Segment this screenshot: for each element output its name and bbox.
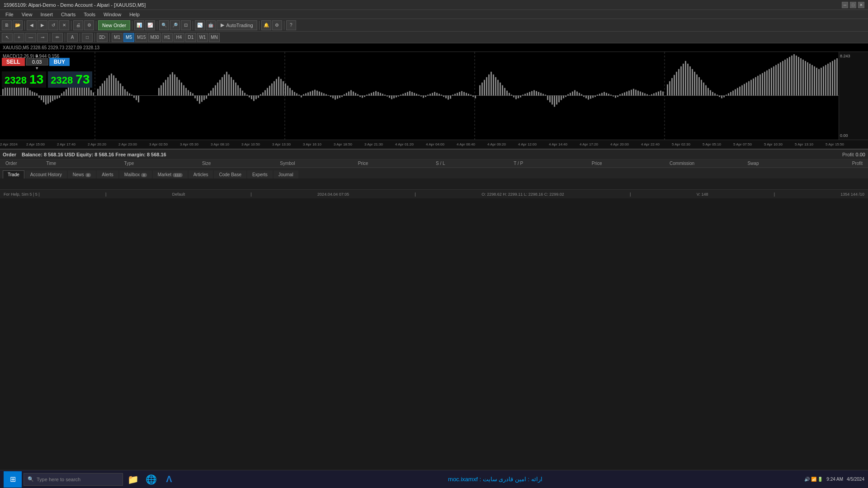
svg-rect-652 [832,61,833,96]
delete-tool[interactable]: ⌦ [97,33,108,42]
line-tool[interactable]: — [25,33,36,42]
start-button[interactable]: ⊞ [4,471,22,488]
menu-insert[interactable]: Insert [37,11,57,18]
menu-view[interactable]: View [18,11,36,18]
tf-H1[interactable]: H1 [162,33,173,42]
new-order-button[interactable]: New Order [98,20,130,30]
forward-btn[interactable]: ▶ [38,20,47,30]
svg-rect-587 [685,61,686,96]
tab-alerts[interactable]: Alerts [97,170,118,178]
tf-M15[interactable]: M15 [135,33,147,42]
tab-news[interactable]: News8 [68,170,96,178]
main-toolbar: 🗎 📂 ◀ ▶ ↺ ✕ 🖨 ⚙ New Order 📊 📈 🔍 🔎 ⊡ 📉 🤖 … [0,19,868,32]
status-ohlc: O: 2298.62 H: 2299.11 L: 2298.16 C: 2299… [481,192,564,197]
back-btn[interactable]: ◀ [27,20,37,30]
close-button[interactable]: ✕ [858,2,864,8]
menu-charts[interactable]: Charts [57,11,79,18]
lot-up-arrow[interactable]: ▲ [35,53,39,58]
svg-rect-626 [773,66,774,96]
svg-rect-417 [296,94,297,96]
tf-MN[interactable]: MN [209,33,220,42]
tf-W1[interactable]: W1 [197,33,208,42]
tf-M1[interactable]: M1 [112,33,123,42]
tf-M5[interactable]: M5 [123,33,134,42]
tab-mailbox[interactable]: Mailbox8 [119,170,152,178]
lot-size-input[interactable] [26,58,48,66]
svg-rect-452 [375,91,377,96]
refresh-btn[interactable]: ↺ [48,20,58,30]
tab-market[interactable]: Market112 [153,170,188,178]
svg-rect-381 [215,85,216,96]
chart-type-btn[interactable]: 📈 [145,20,155,30]
rect-tool[interactable]: □ [82,33,93,42]
col-time: Time [44,161,122,166]
taskbar-app-explorer[interactable]: 📁 [125,471,141,488]
svg-rect-445 [359,96,361,97]
maximize-button[interactable]: □ [850,2,856,8]
fit-btn[interactable]: ⊡ [181,20,191,30]
buy-button[interactable]: BUY [49,58,70,66]
svg-rect-419 [301,96,302,98]
svg-rect-585 [680,66,682,96]
text-tool[interactable]: A [67,33,78,42]
menu-file[interactable]: File [2,11,17,18]
taskbar-app-edge[interactable]: 🌐 [143,471,159,488]
svg-rect-602 [719,96,720,97]
fxmaxi-label: سایت : fxmaxi.com [448,476,497,483]
terminal-balance-text: Balance: 8 568.16 USD Equity: 8 568.16 F… [22,152,166,157]
tf-D1[interactable]: D1 [185,33,196,42]
svg-rect-632 [787,58,788,96]
hline-tool[interactable]: ⊸ [37,33,48,42]
svg-rect-563 [628,91,630,96]
time-axis: 2 Apr 2024 2 Apr 15:00 2 Apr 17:40 2 Apr… [0,140,868,149]
svg-rect-650 [827,64,829,96]
tab-experts[interactable]: Experts [247,170,273,178]
svg-rect-521 [533,90,535,96]
tab-trade[interactable]: Trade [3,170,24,178]
tf-H4[interactable]: H4 [174,33,184,42]
tab-journal[interactable]: Journal [274,170,298,178]
help-btn[interactable]: ? [286,20,296,30]
print-btn[interactable]: 🖨 [73,20,83,30]
terminal-tabs-bar: Trade Account History News8 Alerts Mailb… [0,168,868,178]
svg-rect-439 [346,93,347,96]
new-chart-btn[interactable]: 🗎 [2,20,12,30]
tab-account-history[interactable]: Account History [25,170,67,178]
svg-rect-387 [228,75,230,96]
sell-button[interactable]: SELL [2,58,25,66]
svg-rect-395 [246,95,248,96]
lot-down-arrow[interactable]: ▼ [35,66,39,70]
tf-M30[interactable]: M30 [148,33,160,42]
svg-rect-536 [567,94,569,96]
alert-btn[interactable]: 🔔 [261,20,271,30]
stop-btn[interactable]: ✕ [59,20,69,30]
history-btn[interactable]: 📊 [134,20,144,30]
taskbar-search-box[interactable]: 🔍 Type here to search [24,473,123,486]
tab-articles[interactable]: Articles [189,170,213,178]
menu-help[interactable]: Help [126,11,143,18]
draw-mode-btn[interactable]: ✏ [52,33,63,42]
tab-code-base[interactable]: Code Base [214,170,246,178]
properties-btn[interactable]: ⚙ [84,20,94,30]
zoom-in-btn[interactable]: 🔍 [159,20,169,30]
config-btn[interactable]: ⚙ [272,20,282,30]
svg-rect-635 [793,54,795,96]
taskbar-app-mt4[interactable]: Λ [161,471,177,488]
svg-rect-438 [344,94,345,96]
crosshair-tool[interactable]: + [14,33,24,42]
indicators-btn[interactable]: 📉 [195,20,205,30]
svg-rect-620 [760,75,761,96]
expert-btn[interactable]: 🤖 [206,20,216,30]
news-badge: 8 [85,173,91,177]
zoom-out-btn[interactable]: 🔎 [170,20,180,30]
menu-window[interactable]: Window [100,11,125,18]
svg-rect-582 [674,75,675,96]
autotrading-button[interactable]: ▶ AutoTrading [217,20,257,30]
minimize-button[interactable]: ─ [842,2,848,8]
svg-rect-315 [45,96,47,105]
open-btn[interactable]: 📂 [13,20,23,30]
menu-tools[interactable]: Tools [80,11,99,18]
cursor-tool[interactable]: ↖ [2,33,13,42]
svg-rect-433 [332,96,334,99]
svg-rect-396 [249,96,250,98]
